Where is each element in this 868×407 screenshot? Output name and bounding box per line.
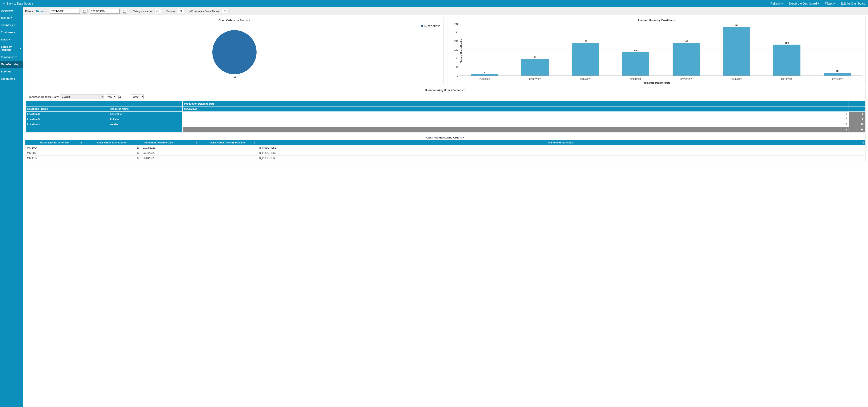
calendar-to-button[interactable] (122, 9, 127, 13)
y-tick: 297 (455, 23, 458, 25)
sidebar-item-sales-by-regions[interactable]: Sales by Regions (0, 43, 23, 54)
count-input[interactable] (118, 95, 130, 99)
panel-title-text: Planned Hours by Deadline (638, 19, 672, 22)
sidebar-item-trends[interactable]: Trends (0, 14, 23, 22)
calendar-icon (123, 10, 126, 12)
x-tick: 02/20/2022 (611, 78, 661, 80)
cell-resource: Polisher (108, 117, 183, 122)
pdd-range-select[interactable]: Custom (60, 95, 103, 99)
y-tick: 100 (455, 57, 458, 60)
back-label: Back to Data Source (7, 2, 33, 5)
bar[interactable] (773, 44, 801, 76)
cell-mo: MO-880 (25, 150, 83, 156)
col-header-pdd[interactable]: Production Deadline Date⇅ (141, 140, 199, 145)
bar[interactable] (521, 59, 549, 76)
export-dashboard-button[interactable]: Export the Dashboard (789, 2, 819, 5)
col-header-delivery[interactable]: Sales Order Delivery Deadline⇅ (199, 140, 257, 145)
refresh-button[interactable]: Refresh (771, 2, 783, 5)
filters-label: Filters: (25, 10, 34, 13)
bar-value-label: 99 (534, 56, 536, 58)
panel-title[interactable]: Manufacturing Hours Forecast (25, 87, 865, 93)
order-row[interactable]: MO-880$003/19/2022IN_PROGRESS (25, 150, 865, 156)
direction-select[interactable]: Next (105, 95, 117, 99)
bar[interactable] (622, 52, 649, 76)
sidebar-item-label: Inventory (1, 24, 13, 27)
bar[interactable] (824, 73, 851, 76)
order-row[interactable]: MO-1107$003/04/2022IN_PROGRESS (25, 156, 865, 161)
panel-title[interactable]: Open Manufacturing Orders (25, 134, 865, 140)
bar[interactable] (673, 43, 700, 76)
col-header-status[interactable]: Manufacturing Status⇅ (257, 140, 865, 145)
x-tick: 03/13/2022 (762, 78, 812, 80)
period-label: Period: (36, 10, 45, 13)
period-dropdown[interactable]: Period: (36, 10, 48, 13)
bar-column: 180 (762, 24, 812, 76)
calendar-from-button[interactable] (82, 9, 88, 13)
orders-table: Manufacturing Order No⇅ Sales Order Tota… (25, 140, 865, 161)
x-tick: 02/06/2022 (510, 78, 560, 80)
refresh-label: Refresh (771, 2, 781, 5)
sidebar-item-purchases[interactable]: Purchases (0, 54, 23, 61)
sort-icon: ⇅ (196, 142, 198, 144)
sidebar-item-customers[interactable]: Customers (0, 29, 23, 36)
bar[interactable] (723, 27, 750, 76)
bar-value-label: 18 (836, 70, 838, 72)
sidebar-item-batches[interactable]: Batches (0, 68, 23, 75)
order-row[interactable]: MO-1004$003/18/2022IN_PROGRESS (25, 145, 865, 150)
cell-amount: $0 (83, 145, 141, 150)
sidebar-item-manufacturing[interactable]: Manufacturing (0, 61, 23, 68)
panel-title[interactable]: Planned Hours by Deadline (447, 17, 865, 23)
col-header-mo[interactable]: Manufacturing Order No⇅ (25, 140, 83, 145)
bar-column: 9 (459, 24, 510, 76)
date-to-input[interactable] (90, 9, 120, 13)
legend-label: IN_PROGRESS (424, 25, 440, 28)
date-from-input[interactable] (50, 9, 80, 13)
source-label: Source: (166, 10, 176, 13)
cell-status: IN_PROGRESS (257, 156, 865, 161)
x-tick: 02/27/2022 (661, 78, 711, 80)
sidebar-item-label: Customers (1, 31, 15, 34)
y-tick: 0 (457, 74, 458, 77)
bar[interactable] (572, 43, 599, 76)
store-filter[interactable]: All (222, 9, 228, 13)
bar-value-label: 189 (684, 40, 688, 42)
sidebar-item-overview[interactable]: Overview (0, 7, 23, 14)
sidebar-item-label: Sales by Regions (1, 45, 19, 52)
forecast-total-value: 18 (183, 127, 849, 132)
pie-legend[interactable]: IN_PROGRESS (421, 25, 440, 28)
edit-label: Edit the Dashboard (841, 2, 866, 5)
sidebar: OverviewTrends Inventory CustomersSales … (0, 7, 23, 407)
filters-button[interactable]: Filters (825, 2, 835, 5)
bar-column: 18 (812, 24, 862, 76)
cell-row-total: 2 (849, 117, 865, 122)
back-to-data-source-link[interactable]: ← Back to Data Source (2, 2, 33, 5)
pdd-label: Production Deadline Date: (28, 95, 59, 98)
cell-mo: MO-1004 (25, 145, 83, 150)
col-header-amount[interactable]: Sales Order Total Amount↓ (83, 140, 141, 145)
category-filter[interactable]: All (155, 9, 161, 13)
unit-select[interactable]: Weeks (131, 95, 144, 99)
cell-row-total: 10 (849, 122, 865, 127)
sort-icon: ⇅ (80, 142, 82, 144)
caret-down-icon (14, 25, 16, 26)
category-label: Category Name: (133, 10, 152, 13)
forecast-grand-total: 18 (849, 127, 865, 132)
open-orders-by-status-panel: Open Orders by Status IN_PROGRESS 46 (25, 17, 443, 85)
caret-down-icon (46, 11, 48, 12)
forecast-row: Location 3Polisher22 (26, 117, 865, 122)
export-label: Export the Dashboard (789, 2, 817, 5)
bar-value-label: 297 (735, 24, 738, 27)
edit-dashboard-button[interactable]: Edit the Dashboard (841, 2, 866, 5)
sidebar-item-validations[interactable]: Validations (0, 75, 23, 82)
panel-title[interactable]: Open Orders by Status (25, 17, 443, 23)
pie-slice[interactable] (212, 30, 256, 74)
svg-rect-0 (84, 10, 86, 12)
source-filter[interactable]: All (178, 9, 184, 13)
sidebar-item-label: Validations (1, 77, 15, 80)
sidebar-item-sales[interactable]: Sales (0, 36, 23, 43)
y-tick: 250 (455, 31, 458, 34)
cell-mo: MO-1107 (25, 156, 83, 161)
sidebar-item-inventory[interactable]: Inventory (0, 22, 23, 29)
caret-down-icon (817, 3, 819, 4)
planned-hours-by-deadline-panel: Planned Hours by Deadline Planned Hours … (447, 17, 866, 85)
